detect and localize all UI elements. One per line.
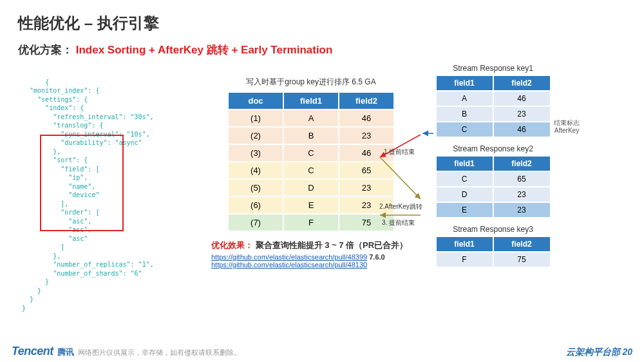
footer-left: Tencent 腾讯 网络图片仅供展示，非存储，如有侵权请联系删除。 [12,345,241,358]
main-h0: doc [229,93,283,109]
end-flag-label: 结束标志 AfterKey [554,119,580,135]
table-row-highlight: C46 [437,122,550,137]
table-row: (3)C46 [229,145,393,161]
stream3-title: Stream Response key3 [430,225,556,234]
slide-subtitle: 优化方案： Index Sorting + AfterKey 跳转 + Earl… [18,43,626,57]
effect-line: 优化效果： 聚合查询性能提升 3 ~ 7 倍（PR已合并） [211,240,411,251]
stream1-table: field1field2 A46 B23 C46 [435,75,551,138]
table-row: (7)F75 [229,214,393,231]
footer-right: 云架构平台部 20 [566,347,632,358]
code-snippet: { "monitor_index": { "settings": { "inde… [18,64,205,330]
stream3-table: field1field2 F75 [435,236,551,268]
subtitle-solution: Index Sorting + AfterKey 跳转 + Early Term… [76,44,333,56]
footer: Tencent 腾讯 网络图片仅供展示，非存储，如有侵权请联系删除。 云架构平台… [0,345,644,358]
stream2-table: field1field2 C65 D23 E23 [435,155,551,218]
main-h2: field2 [339,93,393,109]
effect-label: 优化效果： [211,240,253,250]
pr-link-2[interactable]: https://github.com/elastic/elasticsearch… [211,261,367,269]
tencent-logo: Tencent [12,345,53,358]
stream2-title: Stream Response key2 [430,144,556,153]
table-row-highlight: E23 [437,203,550,217]
mid-caption: 写入时基于group key进行排序 6.5 GA [211,77,411,88]
note-afterkey-jump: 2.AfterKey跳转 [379,202,422,211]
tencent-logo-cn: 腾讯 [57,347,74,358]
table-row: C65 [437,172,550,186]
slide-title: 性能优化 – 执行引擎 [18,13,626,33]
pr-link-1[interactable]: https://github.com/elastic/elasticsearch… [211,253,367,261]
table-row: B23 [437,107,550,121]
code-text: { "monitor_index": { "settings": { "inde… [22,79,154,312]
middle-column: 写入时基于group key进行排序 6.5 GA doc field1 fie… [211,64,411,269]
table-row: (6)E23 [229,197,393,213]
pr-version: 7.6.0 [369,253,384,261]
table-row: D23 [437,187,550,202]
table-row: A46 [437,91,550,106]
table-row: (1)A46 [229,110,393,126]
links-block: https://github.com/elastic/elasticsearch… [211,253,411,269]
stream-column: Stream Response key1 field1field2 A46 B2… [430,64,556,274]
table-row: (2)B23 [229,128,393,144]
table-row: F75 [437,252,550,267]
subtitle-label: 优化方案： [18,44,73,56]
note-early-end-1: 1.提前结束 [384,148,415,157]
table-row: (5)D23 [229,180,393,196]
main-table: doc field1 field2 (1)A46 (2)B23 (3)C46 (… [227,91,395,232]
note-early-end-2: 3. 提前结束 [382,218,415,227]
disclaimer: 网络图片仅供展示，非存储，如有侵权请联系删除。 [78,348,241,357]
main-h1: field1 [284,93,338,109]
effect-text: 聚合查询性能提升 3 ~ 7 倍（PR已合并） [256,240,408,250]
stream1-title: Stream Response key1 [430,64,556,73]
content-area: { "monitor_index": { "settings": { "inde… [18,64,626,330]
table-row: (4)C65 [229,162,393,178]
